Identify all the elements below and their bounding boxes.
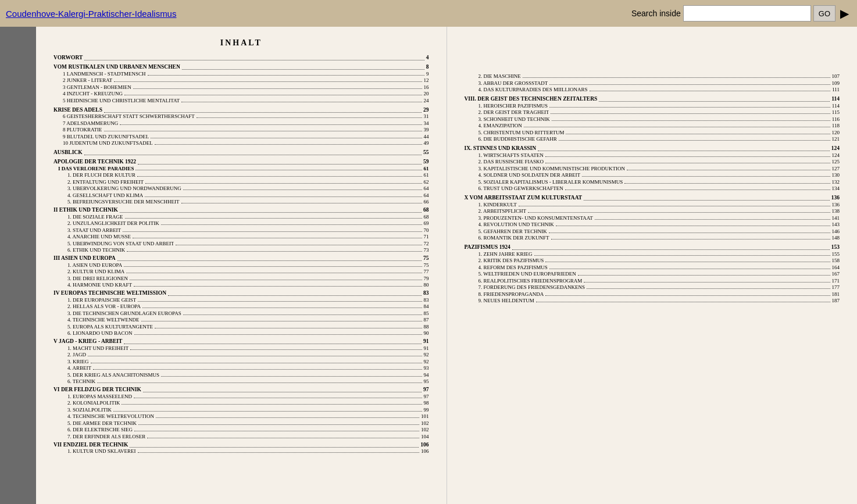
main-content: INHALT VORWORT 4 VOM RUSTIKALEN UND URBA… xyxy=(0,27,857,504)
toc-item: 4. EMANZIPATION118 xyxy=(465,123,840,128)
toc-section-endziel: VII ENDZIEL DER TECHNIK 106 xyxy=(53,442,429,448)
toc-item: 6. ROMANTIK DER ZUKUNFT148 xyxy=(465,235,840,241)
toc-item: 2 JUNKER - LITERAT12 xyxy=(53,77,429,83)
toc-item: 4 INZUCHT - KREUZUNG20 xyxy=(53,91,429,96)
toc-item: 1. EUROPAS MASSEELEND97 xyxy=(53,394,429,399)
toc-item: 6. DER ELEKTRISCHE SIEG102 xyxy=(53,427,429,432)
section-title: VORWORT xyxy=(53,55,83,60)
search-container: Search inside GO ▶ xyxy=(631,5,851,22)
toc-item: 3. KRIEG92 xyxy=(53,359,429,364)
page-right: 2. DIE MASCHINE107 3. ABBAU DER GROSSSTA… xyxy=(447,27,858,504)
toc-item: 2. DER GEIST DER TRAGHEIT115 xyxy=(465,109,840,115)
toc-item: I DAS VERLORENE PARADIES61 xyxy=(53,166,429,171)
toc-item: 9 BLUTADEL UND ZUKUNFTSADEL44 xyxy=(53,134,429,140)
toc-item: 8. FRIEDENSPROPAGANDA181 xyxy=(465,291,840,297)
toc-section-feldzug: VI DER FELDZUG DER TECHNIK 97 xyxy=(53,387,429,392)
play-button[interactable]: ▶ xyxy=(838,6,851,20)
page-left: INHALT VORWORT 4 VOM RUSTIKALEN UND URBA… xyxy=(36,27,447,504)
toc-item: 1. DER FLUCH DER KULTUR61 xyxy=(53,172,429,178)
toc-item: 1. ASIEN UND EUROPA75 xyxy=(53,262,429,268)
go-button[interactable]: GO xyxy=(813,5,835,22)
pages-container: INHALT VORWORT 4 VOM RUSTIKALEN UND URBA… xyxy=(36,27,857,504)
toc-section-vorwort: VORWORT 4 xyxy=(53,55,429,60)
topbar: Coudenhove-Kalergi-Praktischer-Idealismu… xyxy=(0,0,857,27)
toc-section-ausblick: AUSBLICK 55 xyxy=(53,149,429,155)
toc-title: INHALT xyxy=(53,38,429,48)
toc-item: 6. LIONARDO UND BACON90 xyxy=(53,330,429,336)
toc-item: 5. CHRISTENTUM UND RITTERTUM120 xyxy=(465,130,840,135)
toc-item: 6. REALPOLITISCHES FRIEDENSPROGRAM171 xyxy=(465,278,840,284)
toc-item: 3. KAPITALISTISCHE UND KOMMUNISTISCHE PR… xyxy=(465,166,840,171)
toc-item: 6. TECHNIK95 xyxy=(53,378,429,384)
toc-item: 5 HEIDNISCHE UND CHRISTLICHE MENTALITAT2… xyxy=(53,98,429,103)
toc-item: 5. WELTFRIEDEN UND EUROPAFRIEDEN167 xyxy=(465,271,840,277)
toc-item: 2. KULTUR UND KLIMA77 xyxy=(53,269,429,274)
toc-item: 1. DIE SOZIALE FRAGE68 xyxy=(53,214,429,220)
toc-item: 4. REFORM DES PAZIFISMUS164 xyxy=(465,264,840,270)
toc-item: 3. PRODUZENTEN- UND KONSUMENTENSTAAT141 xyxy=(465,215,840,221)
toc-item: 6. DIE BUDDHISTISCHE GEFAHR121 xyxy=(465,136,840,142)
toc-item: 6. ETHIK UND TECHNIK73 xyxy=(53,247,429,253)
toc-item: 2. ENTFALTUNG UND FREIHEIT62 xyxy=(53,179,429,185)
toc-item: 4. GESELLSCHAFT UND KLIMA64 xyxy=(53,192,429,198)
toc-section-krise: KRISE DES ADELS 29 xyxy=(53,107,429,113)
toc-item: 3. ABBAU DER GROSSSTADT109 xyxy=(465,80,840,86)
toc-item: 2. HELLAS ALS VOR - EUROPA84 xyxy=(53,303,429,309)
toc-item: 6 GEISTESHERRSCHAFT STATT SCHWERTHERSCHA… xyxy=(53,113,429,119)
toc-item: 3. SCHONHEIT UND TECHNIK116 xyxy=(465,116,840,122)
toc-item: 2. UNZULANGLICHKEIT DER POLITIK69 xyxy=(53,220,429,226)
toc-item: 5. SOZIALER KAPITALISMUS - LIBERALER KOM… xyxy=(465,179,840,185)
toc-item: 2. KOLONIALPOLITIK98 xyxy=(53,400,429,406)
toc-section-asien: III ASIEN UND EUROPA 75 xyxy=(53,255,429,261)
toc-section-jagd: V JAGD - KRIEG - ARBEIT 91 xyxy=(53,338,429,344)
toc-item: 2. KRITIK DES PAZIFISMUS158 xyxy=(465,258,840,263)
toc-item: 5. UBERWINDUNG VON STAAT UND ARBEIT72 xyxy=(53,241,429,246)
toc-item: 4. SOLDNER UND SOLDATEN DER ARBEIT130 xyxy=(465,172,840,178)
toc-item: 2. DIE MASCHINE107 xyxy=(465,73,840,79)
toc-item: 4. HARMONIE UND KRAFT80 xyxy=(53,282,429,288)
toc-section-pazifismus: PAZIFISMUS 1924 153 xyxy=(465,244,840,250)
toc-item: 1. DER EUROPAISCHE GEIST83 xyxy=(53,297,429,303)
toc-item: 5. DER KRIEG ALS ANACHITONISMUS94 xyxy=(53,372,429,378)
toc-section-rustikalen: VOM RUSTIKALEN UND URBANEN MENSCHEN 8 xyxy=(53,64,429,70)
toc-item: 2. DAS RUSSISCHE FIASKO125 xyxy=(465,159,840,165)
toc-item: 1 LANDMENSCH - STADTMENSCH9 xyxy=(53,71,429,77)
toc-item: 5. DIE ARMEE DER TECHNIK102 xyxy=(53,420,429,426)
toc-item: 3. DIE DREI RELIGIONEN79 xyxy=(53,276,429,281)
toc-item: 1. WIRTSCHAFTS STAATEN124 xyxy=(465,152,840,158)
toc-section-viii: VIII. DER GEIST DES TECHNISCHEN ZEITALTE… xyxy=(465,96,840,102)
search-label: Search inside xyxy=(631,9,681,18)
toc-item: 5. EUROPA ALS KULTURTANGENTE88 xyxy=(53,324,429,330)
toc-item: 3. DIE TECHNISCHEN GRUNDLAGEN EUROPAS85 xyxy=(53,310,429,316)
toc-item: 1. MACHT UND FREIHEIT91 xyxy=(53,345,429,351)
toc-item: 3 GENTLEMAN - BOHEMIEN16 xyxy=(53,84,429,90)
toc-item: 2. JAGD92 xyxy=(53,352,429,358)
toc-item: 4. REVOLUTION UND TECHNIK143 xyxy=(465,221,840,227)
toc-item: 3. UBERVOLKERUNG UND NORDWANDERUNG64 xyxy=(53,185,429,191)
toc-item: 5. BEFREIUNGSVERSUCHE DER MENSCHHEIT66 xyxy=(53,199,429,205)
toc-item: 4. TECHNISCHE WELTREVOLUTION101 xyxy=(53,413,429,419)
toc-item: 1. KULTUR UND SKLAVEREI106 xyxy=(53,448,429,454)
toc-item: 5. GEFAHREN DER TECHNIK146 xyxy=(465,228,840,234)
toc-section-ix: IX. STINNES UND KRASSIN 124 xyxy=(465,145,840,151)
book-title[interactable]: Coudenhove-Kalergi-Praktischer-Idealismu… xyxy=(6,9,626,19)
toc-section-ethik: II ETHIK UND TECHNIK 68 xyxy=(53,207,429,213)
search-input[interactable] xyxy=(683,5,811,22)
toc-item: 3. STAAT UND ARBEIT70 xyxy=(53,227,429,233)
toc-item: 4. TECHNISCHE WELTWENDE87 xyxy=(53,317,429,323)
toc-item: 8 PLUTOKRATIE39 xyxy=(53,127,429,133)
toc-item: 1. KINDERKULT136 xyxy=(465,202,840,208)
left-thumb xyxy=(0,27,36,504)
toc-item: 7. DER ERFINDER ALS ERLOSER104 xyxy=(53,434,429,439)
toc-item: 2. ARBEITSPFLICHT138 xyxy=(465,208,840,214)
toc-item: 4. DAS KULTURPARADIES DES MIILLIONARS111 xyxy=(465,87,840,92)
toc-item: 9. NEUES HELDENTUM187 xyxy=(465,298,840,303)
toc-item: 1. ZEHN JAHRE KRIEG155 xyxy=(465,251,840,257)
toc-item: 3. SOZIALPOLITIK99 xyxy=(53,407,429,413)
toc-section-apologie: APOLOGIE DER TECHNIK 1922 59 xyxy=(53,159,429,165)
toc-item: 6. TRUST UND GEWERKSCHAFTEN134 xyxy=(465,185,840,191)
toc-item: 10 JUDENTUM UND ZUKUNFTSADEL49 xyxy=(53,140,429,146)
toc-section-europa: IV EUROPAS TECHNISCHE WELTMISSION 83 xyxy=(53,290,429,296)
toc-item: 7 ADELSDAMMERUNG34 xyxy=(53,120,429,126)
toc-item: 7. FORDERUNG DES FRIEDENSGEDANKENS177 xyxy=(465,284,840,290)
